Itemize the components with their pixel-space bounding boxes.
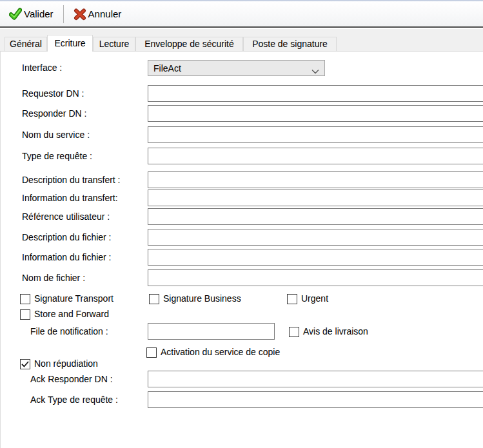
file-de-notification-row: File de notification : xyxy=(1,323,483,340)
tab-enveloppe-securite[interactable]: Enveloppe de sécurité xyxy=(135,37,243,51)
type-de-requete-row: Type de requête : xyxy=(1,148,483,164)
tab-lecture[interactable]: Lecture xyxy=(93,37,135,51)
check-icon xyxy=(9,8,22,21)
description-fichier-row: Description du fichier : xyxy=(1,229,483,246)
information-transfert-row: Information du transfert: xyxy=(1,190,483,206)
description-transfert-label: Description du transfert : xyxy=(22,171,121,188)
checkbox-non-repudiation[interactable]: Non répudiation xyxy=(20,358,98,369)
checkbox-box xyxy=(287,294,297,304)
toolbar: Valider Annuler xyxy=(0,0,483,28)
checkbox-signature-transport[interactable]: Signature Transport xyxy=(20,293,113,304)
information-transfert-label: Information du transfert: xyxy=(22,190,118,206)
x-icon xyxy=(74,8,86,21)
nom-de-fichier-row: Nom de fichier : xyxy=(1,269,483,286)
information-fichier-input[interactable] xyxy=(148,249,483,266)
interface-select[interactable]: FileAct xyxy=(148,60,325,76)
ack-responder-dn-label: Ack Responder DN : xyxy=(30,371,113,387)
check-mark-icon xyxy=(21,361,29,367)
checkbox-box xyxy=(149,294,159,304)
checkbox-store-and-forward[interactable]: Store and Forward xyxy=(20,309,109,320)
validate-button[interactable]: Valider xyxy=(4,5,59,23)
description-fichier-label: Description du fichier : xyxy=(22,229,112,246)
signature-transport-label: Signature Transport xyxy=(34,293,113,304)
chevron-down-icon xyxy=(311,66,319,71)
checkbox-box xyxy=(289,327,299,337)
ack-responder-dn-input[interactable] xyxy=(148,371,483,387)
checkbox-avis-de-livraison[interactable]: Avis de livraison xyxy=(289,326,368,337)
interface-selected-value: FileAct xyxy=(153,63,311,73)
avis-de-livraison-label: Avis de livraison xyxy=(303,326,368,337)
type-de-requete-label: Type de requête : xyxy=(22,148,92,164)
description-transfert-row: Description du transfert : xyxy=(1,171,483,188)
interface-row: Interface : FileAct xyxy=(1,60,483,76)
ack-type-de-requete-row: Ack Type de requête : xyxy=(1,391,483,408)
ack-type-de-requete-label: Ack Type de requête : xyxy=(30,391,118,408)
file-de-notification-label: File de notification : xyxy=(30,323,108,340)
information-fichier-row: Information du fichier : xyxy=(1,249,483,266)
toolbar-separator xyxy=(63,5,64,23)
responder-dn-input[interactable] xyxy=(148,105,483,122)
responder-dn-label: Responder DN : xyxy=(22,105,86,122)
checkbox-box xyxy=(146,347,157,358)
cancel-button[interactable]: Annuler xyxy=(68,5,127,23)
tab-bar: Général Ecriture Lecture Enveloppe de sé… xyxy=(0,29,483,51)
nom-du-service-label: Nom du service : xyxy=(22,126,90,143)
ack-responder-dn-row: Ack Responder DN : xyxy=(1,371,483,387)
checkbox-box xyxy=(20,309,30,320)
requestor-dn-row: Requestor DN : xyxy=(1,85,483,102)
nom-du-service-row: Nom du service : xyxy=(1,126,483,143)
checkbox-activation-service-copie[interactable]: Activation du service de copie xyxy=(146,347,280,358)
interface-label: Interface : xyxy=(22,60,62,76)
requestor-dn-label: Requestor DN : xyxy=(22,85,84,102)
file-de-notification-input[interactable] xyxy=(148,323,275,340)
information-fichier-label: Information du fichier : xyxy=(22,249,112,266)
description-transfert-input[interactable] xyxy=(148,171,483,188)
tab-poste-signature[interactable]: Poste de signature xyxy=(243,37,337,51)
tab-general[interactable]: Général xyxy=(5,37,47,51)
tab-ecriture[interactable]: Ecriture xyxy=(47,35,93,52)
checkbox-box xyxy=(20,294,30,304)
ack-type-de-requete-input[interactable] xyxy=(148,391,483,408)
activation-service-copie-label: Activation du service de copie xyxy=(161,347,280,358)
reference-utilisateur-input[interactable] xyxy=(148,208,483,225)
requestor-dn-input[interactable] xyxy=(148,85,483,102)
cancel-label: Annuler xyxy=(88,8,122,19)
reference-utilisateur-row: Référence utilisateur : xyxy=(1,208,483,225)
reference-utilisateur-label: Référence utilisateur : xyxy=(22,208,110,225)
nom-de-fichier-input[interactable] xyxy=(148,269,483,286)
checkbox-urgent[interactable]: Urgent xyxy=(287,293,328,304)
non-repudiation-label: Non répudiation xyxy=(34,358,98,369)
responder-dn-row: Responder DN : xyxy=(1,105,483,122)
validate-label: Valider xyxy=(24,8,54,19)
tab-page-ecriture: Interface : FileAct Requestor DN : Respo… xyxy=(0,51,483,448)
store-and-forward-label: Store and Forward xyxy=(34,309,109,320)
nom-de-fichier-label: Nom de fichier : xyxy=(22,269,85,286)
checkbox-signature-business[interactable]: Signature Business xyxy=(149,293,241,304)
type-de-requete-input[interactable] xyxy=(148,148,483,164)
signature-business-label: Signature Business xyxy=(163,293,241,304)
urgent-label: Urgent xyxy=(301,293,328,304)
nom-du-service-input[interactable] xyxy=(148,126,483,143)
information-transfert-input[interactable] xyxy=(148,190,483,206)
checkbox-box-checked xyxy=(20,359,30,369)
description-fichier-input[interactable] xyxy=(148,229,483,246)
